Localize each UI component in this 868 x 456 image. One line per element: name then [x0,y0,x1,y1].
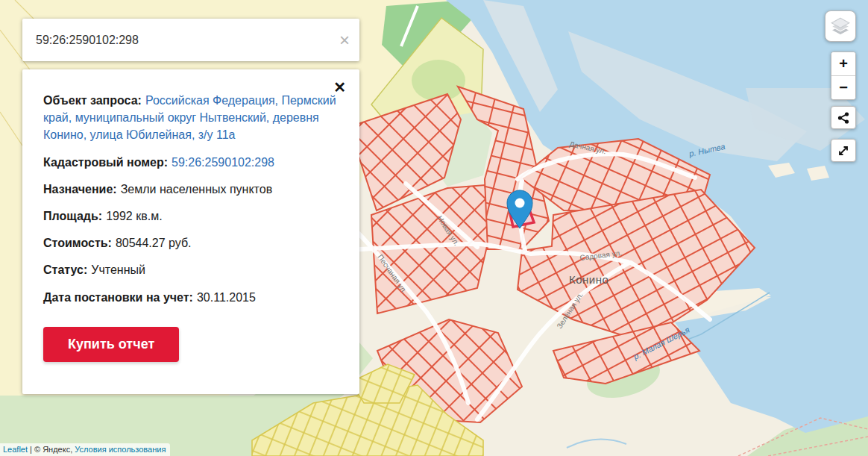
buy-report-button[interactable]: Купить отчет [43,327,179,362]
fullscreen-button[interactable] [831,139,856,162]
field-status: Статус:Учтенный [43,261,337,278]
zoom-out-button[interactable]: − [831,75,855,99]
fullscreen-icon [837,144,850,157]
search-panel: × [22,19,359,61]
terms-link[interactable]: Условия использования [75,445,166,454]
field-cadastral-number: Кадастровый номер:59:26:2590102:298 [43,154,337,171]
field-value: Учтенный [91,263,145,276]
field-label: Стоимость: [43,237,112,249]
field-purpose: Назначение:Земли населенных пунктов [43,181,337,198]
share-button[interactable] [831,106,856,129]
field-object: Объект запроса:Российская Федерация, Пер… [43,92,337,144]
field-label: Площадь: [43,210,102,222]
field-area: Площадь:1992 кв.м. [43,207,337,225]
field-label: Кадастровый номер: [43,156,168,169]
search-input[interactable] [22,34,330,47]
field-label: Назначение: [43,183,117,196]
field-value: 1992 кв.м. [106,210,162,222]
field-label: Дата постановки на учет: [43,291,193,304]
clear-search-icon[interactable]: × [330,19,359,61]
share-icon [837,111,850,125]
place-label-konino: Конино [569,273,608,286]
field-label: Объект запроса: [43,94,142,107]
field-cost: Стоимость:80544.27 руб. [43,234,337,252]
field-registration-date: Дата постановки на учет:30.11.2015 [43,289,337,306]
field-value: 80544.27 руб. [116,237,192,249]
zoom-control: + − [831,51,856,100]
parcel-info-card: ✕ Объект запроса:Российская Федерация, П… [22,69,359,394]
attribution-text: | © Яндекс, [28,445,75,454]
field-value: 30.11.2015 [197,291,256,304]
field-value: Земли населенных пунктов [121,183,272,196]
layers-button[interactable] [825,10,856,42]
field-label: Статус: [43,263,87,276]
layers-icon [830,16,851,37]
close-icon[interactable]: ✕ [333,78,346,96]
cadastral-number-link[interactable]: 59:26:2590102:298 [172,156,274,169]
zoom-in-button[interactable]: + [831,52,855,75]
attribution: Leaflet | © Яндекс, Условия использовани… [0,443,170,456]
leaflet-link[interactable]: Leaflet [3,445,28,454]
